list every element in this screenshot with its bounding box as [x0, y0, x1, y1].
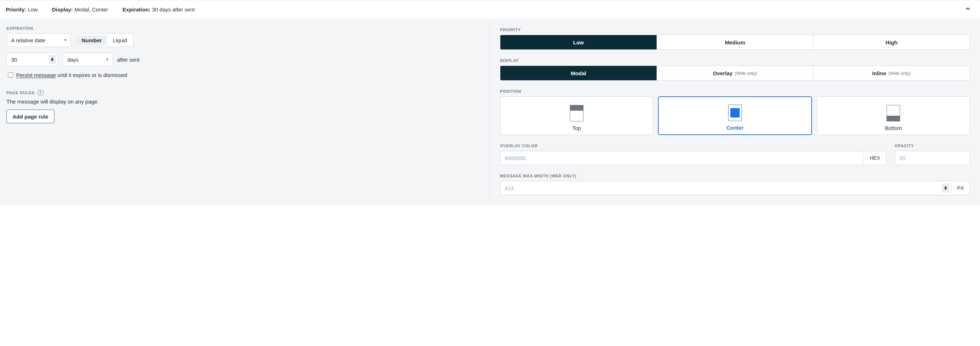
opacity-field: %	[895, 151, 970, 165]
expiration-unit-value: days	[67, 57, 79, 63]
segment-number[interactable]: Number	[76, 35, 107, 46]
display-option-modal[interactable]: Modal	[500, 66, 657, 80]
persist-checkbox[interactable]	[8, 72, 13, 78]
display-heading: DISPLAY	[500, 59, 970, 63]
expiration-type-select[interactable]: A relative date ▼	[6, 33, 71, 47]
priority-button-group: Low Medium High	[500, 35, 970, 50]
px-label: PX	[951, 181, 970, 195]
position-option-center[interactable]: Center	[658, 96, 811, 135]
priority-option-medium[interactable]: Medium	[657, 35, 813, 49]
number-stepper[interactable]	[49, 55, 56, 64]
page-rules-heading: PAGE RULES	[6, 90, 35, 95]
position-top-icon	[570, 105, 584, 121]
expiration-number-value: 30	[11, 57, 49, 63]
svg-marker-5	[944, 188, 947, 190]
right-column: PRIORITY Low Medium High DISPLAY Modal O…	[490, 19, 980, 205]
position-center-icon	[728, 105, 742, 121]
priority-option-high[interactable]: High	[813, 35, 970, 49]
page-rules-heading-row: PAGE RULES ?	[6, 90, 483, 96]
expiration-value: 30 days after sent	[152, 6, 194, 13]
priority-value: Low	[28, 6, 38, 13]
hex-label: HEX	[864, 151, 886, 165]
position-heading: POSITION	[500, 89, 970, 94]
expiration-heading: EXPIRATION	[6, 26, 483, 30]
expiration-number-input[interactable]: 30	[6, 52, 58, 66]
expiration-unit-select[interactable]: days ▼	[63, 52, 113, 66]
display-option-inline[interactable]: Inline (Web only)	[813, 66, 970, 80]
position-option-bottom[interactable]: Bottom	[817, 96, 970, 135]
opacity-heading: OPACITY	[895, 144, 970, 148]
display-button-group: Modal Overlay (Web only) Inline (Web onl…	[500, 65, 970, 81]
persist-label: Persist message until it expires or is d…	[16, 72, 127, 78]
help-icon[interactable]: ?	[38, 90, 44, 96]
svg-marker-1	[51, 59, 54, 62]
expiration-type-value: A relative date	[11, 37, 45, 43]
priority-option-low[interactable]: Low	[500, 35, 657, 49]
caret-down-icon: ▼	[64, 38, 67, 42]
display-option-overlay[interactable]: Overlay (Web only)	[657, 66, 813, 80]
priority-heading: PRIORITY	[500, 28, 970, 32]
position-bottom-icon	[886, 105, 900, 121]
max-width-input[interactable]	[500, 181, 942, 195]
page-rules-description: The message will display on any page.	[6, 98, 483, 105]
opacity-input[interactable]	[895, 151, 970, 165]
after-sent-label: after sent	[117, 57, 140, 63]
add-page-rule-button[interactable]: Add page rule	[6, 110, 54, 123]
display-value: Modal, Center	[75, 6, 108, 13]
max-width-field: PX	[500, 181, 970, 195]
chevron-up-icon	[965, 6, 971, 12]
position-cards: Top Center Bottom	[500, 96, 970, 135]
summary-expiration: Expiration: 30 days after sent	[123, 6, 195, 13]
position-option-top[interactable]: Top	[500, 96, 653, 135]
summary-header: Priority: Low Display: Modal, Center Exp…	[0, 0, 980, 19]
segment-liquid[interactable]: Liquid	[108, 35, 132, 46]
persist-checkbox-row[interactable]: Persist message until it expires or is d…	[8, 72, 483, 78]
overlay-color-field: HEX	[500, 151, 886, 165]
max-width-heading: MESSAGE MAX-WIDTH (WEB ONLY)	[500, 174, 970, 178]
collapse-toggle[interactable]	[964, 5, 972, 14]
summary-display: Display: Modal, Center	[52, 6, 108, 13]
left-column: EXPIRATION A relative date ▼ Number Liqu…	[0, 19, 490, 205]
format-segmented: Number Liquid	[75, 33, 134, 47]
display-label: Display:	[52, 6, 73, 13]
max-width-stepper[interactable]	[942, 183, 949, 193]
summary-priority: Priority: Low	[6, 6, 38, 13]
priority-label: Priority:	[6, 6, 27, 13]
overlay-color-input[interactable]	[500, 151, 864, 165]
expiration-label: Expiration:	[123, 6, 150, 13]
overlay-color-heading: OVERLAY COLOR	[500, 144, 886, 148]
caret-down-icon: ▼	[106, 58, 109, 61]
